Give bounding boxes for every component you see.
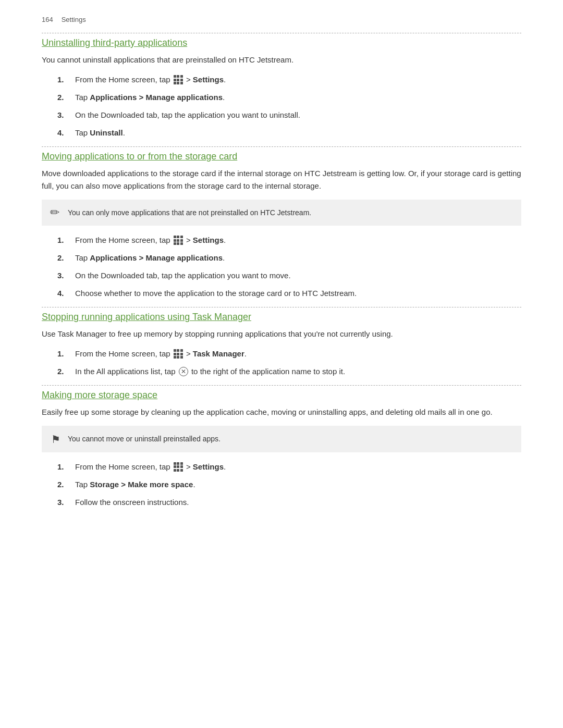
section-storage: Making more storage space Easily free up… [42,385,521,508]
step-content: From the Home screen, tap > Settings. [75,461,521,473]
grid-icon [174,349,183,359]
page-label: Settings [62,16,86,23]
note-box-flag: ⚑ You cannot move or uninstall preinstal… [42,426,521,452]
step-number: 2. [57,252,72,264]
step-number: 3. [57,496,72,509]
step-content: On the Downloaded tab, tap the applicati… [75,109,521,121]
step-item: 2. Tap Storage > Make more space. [57,478,521,491]
section-title-storage: Making more storage space [42,390,521,401]
bold-text: Storage > Make more space [90,480,193,489]
step-item: 3. On the Downloaded tab, tap the applic… [57,269,521,282]
section-intro-moving: Move downloaded applications to the stor… [42,167,521,192]
section-stopping: Stopping running applications using Task… [42,307,521,378]
section-divider [42,385,521,386]
step-number: 3. [57,269,72,282]
step-number: 4. [57,287,72,300]
step-number: 1. [57,234,72,246]
step-content: On the Downloaded tab, tap the applicati… [75,269,521,282]
steps-list-storage: 1. From the Home screen, tap > Settings.… [42,461,521,509]
section-divider [42,33,521,33]
step-item: 1. From the Home screen, tap > Settings. [57,234,521,246]
section-divider [42,146,521,147]
bold-text: Settings [193,75,224,84]
step-number: 4. [57,127,72,139]
steps-list-uninstalling: 1. From the Home screen, tap > Settings.… [42,73,521,139]
section-title-stopping: Stopping running applications using Task… [42,312,521,323]
bold-text: Applications > Manage applications [90,93,223,102]
step-item: 4. Choose whether to move the applicatio… [57,287,521,300]
bold-text: Settings [193,236,224,244]
step-content: Tap Uninstall. [75,127,521,139]
step-content: From the Home screen, tap > Task Manager… [75,348,521,360]
step-number: 2. [57,478,72,491]
step-content: Tap Applications > Manage applications. [75,91,521,104]
step-item: 2. In the All applications list, tap ✕ t… [57,365,521,378]
note-text: You can only move applications that are … [68,207,311,218]
step-number: 2. [57,365,72,378]
section-title-uninstalling: Uninstalling third-party applications [42,38,521,48]
step-item: 1. From the Home screen, tap > Settings. [57,73,521,86]
step-content: From the Home screen, tap > Settings. [75,73,521,86]
section-intro-storage: Easily free up some storage by cleaning … [42,406,521,418]
step-item: 2. Tap Applications > Manage application… [57,91,521,104]
step-content: Follow the onscreen instructions. [75,496,521,509]
grid-icon [174,462,183,472]
section-uninstalling: Uninstalling third-party applications Yo… [42,33,521,139]
steps-list-moving: 1. From the Home screen, tap > Settings.… [42,234,521,300]
x-circle-icon: ✕ [179,367,188,376]
pencil-icon: ✏ [50,206,59,219]
note-box-pencil: ✏ You can only move applications that ar… [42,200,521,226]
bold-text: Settings [193,462,224,471]
section-intro-uninstalling: You cannot uninstall applications that a… [42,54,521,66]
page-header: 164 Settings [42,16,521,23]
step-item: 3. On the Downloaded tab, tap the applic… [57,109,521,121]
step-number: 1. [57,73,72,86]
step-content: Tap Applications > Manage applications. [75,252,521,264]
page-number: 164 [42,16,53,23]
step-content: Choose whether to move the application t… [75,287,521,300]
bold-text: Task Manager [193,349,244,358]
step-item: 2. Tap Applications > Manage application… [57,252,521,264]
step-number: 2. [57,91,72,104]
grid-icon [174,75,183,84]
step-number: 1. [57,348,72,360]
flag-icon: ⚑ [51,433,60,446]
grid-icon [174,236,183,245]
bold-text: Uninstall [90,128,123,137]
section-moving: Moving applications to or from the stora… [42,146,521,300]
steps-list-stopping: 1. From the Home screen, tap > Task Mana… [42,348,521,378]
step-content: Tap Storage > Make more space. [75,478,521,491]
bold-text: Applications > Manage applications [90,253,223,262]
step-item: 1. From the Home screen, tap > Settings. [57,461,521,473]
section-divider [42,307,521,307]
step-item: 4. Tap Uninstall. [57,127,521,139]
step-number: 3. [57,109,72,121]
note-text: You cannot move or uninstall preinstalle… [68,433,221,445]
step-content: From the Home screen, tap > Settings. [75,234,521,246]
section-intro-stopping: Use Task Manager to free up memory by st… [42,328,521,340]
step-item: 1. From the Home screen, tap > Task Mana… [57,348,521,360]
section-title-moving: Moving applications to or from the stora… [42,151,521,162]
step-number: 1. [57,461,72,473]
step-content: In the All applications list, tap ✕ to t… [75,365,521,378]
step-item: 3. Follow the onscreen instructions. [57,496,521,509]
